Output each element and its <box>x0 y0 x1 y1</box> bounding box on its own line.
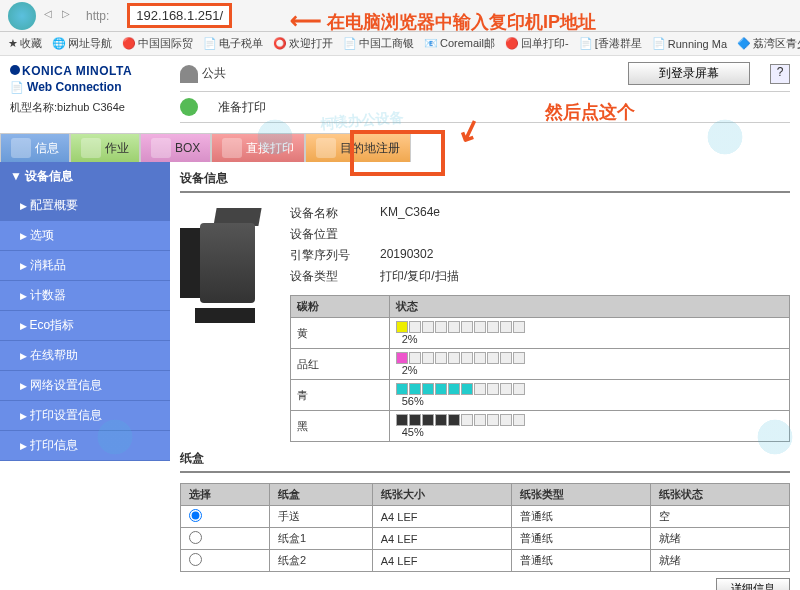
dev-type-label: 设备类型 <box>290 268 380 285</box>
url-input[interactable]: 192.168.1.251/ <box>127 3 232 28</box>
dev-name-label: 设备名称 <box>290 205 380 222</box>
logo-area: KONICA MINOLTA 📄 Web Connection 机型名称:biz… <box>0 56 170 123</box>
job-icon <box>81 138 101 158</box>
bookmark-tax[interactable]: 📄 电子税单 <box>203 36 263 51</box>
bookmark-welcome[interactable]: ⭕ 欢迎打开 <box>273 36 333 51</box>
tab-destination-register[interactable]: 目的地注册 <box>305 133 411 162</box>
status-ok-icon <box>180 98 198 116</box>
sidebar-item-counter[interactable]: 计数器 <box>0 281 170 311</box>
sidebar-item-consumable[interactable]: 消耗品 <box>0 251 170 281</box>
sidebar-item-option[interactable]: 选项 <box>0 221 170 251</box>
tray-select-radio[interactable] <box>189 531 202 544</box>
url-prefix: http: <box>86 9 109 23</box>
model-name: 机型名称:bizhub C364e <box>10 100 160 115</box>
bookmark-gs[interactable]: 📄 中国工商银 <box>343 36 414 51</box>
toner-th-status: 状态 <box>389 296 789 318</box>
tray-row: 手送A4 LEF普通纸空 <box>181 506 790 528</box>
tab-job[interactable]: 作业 <box>70 133 140 162</box>
toner-row: 黑45% <box>291 411 790 442</box>
printer-image <box>180 203 270 323</box>
tray-select-radio[interactable] <box>189 553 202 566</box>
dev-loc-label: 设备位置 <box>290 226 380 243</box>
login-button[interactable]: 到登录屏幕 <box>628 62 750 85</box>
toner-row: 青56% <box>291 380 790 411</box>
tab-direct-print[interactable]: 直接打印 <box>211 133 305 162</box>
annotation-url-hint: 在电脑浏览器中输入复印机IP地址 <box>290 8 596 34</box>
bookmark-lw[interactable]: 🔷 荔湾区青少 <box>737 36 800 51</box>
main-content: 设备信息 设备名称KM_C364e 设备位置 引擎序列号20190302 设备类… <box>170 162 800 590</box>
browser-logo-icon <box>8 2 36 30</box>
bookmark-favorites[interactable]: ★ 收藏 <box>8 36 42 51</box>
brand-logo: KONICA MINOLTA <box>10 64 160 78</box>
user-icon <box>180 65 198 83</box>
direct-icon <box>222 138 242 158</box>
sidebar-item-help[interactable]: 在线帮助 <box>0 341 170 371</box>
bookmark-hk[interactable]: 📄 [香港群星 <box>579 36 642 51</box>
toner-row: 品红2% <box>291 349 790 380</box>
main-tabs: 信息 作业 BOX 直接打印 目的地注册 <box>0 133 800 162</box>
status-sub: 准备打印 <box>218 99 266 116</box>
sidebar-item-network[interactable]: 网络设置信息 <box>0 371 170 401</box>
help-button[interactable]: ? <box>770 64 790 84</box>
sidebar-title[interactable]: 设备信息 <box>0 162 170 191</box>
tray-table: 选择纸盒纸张大小纸张类型纸张状态 手送A4 LEF普通纸空纸盒1A4 LEF普通… <box>180 483 790 572</box>
back-button[interactable]: ◁ <box>44 8 60 24</box>
dev-type-value: 打印/复印/扫描 <box>380 268 459 285</box>
annotation-dest-hint: 然后点这个 <box>545 100 635 124</box>
nav-buttons: ◁ ▷ <box>44 8 78 24</box>
dev-name-value: KM_C364e <box>380 205 440 222</box>
tray-row: 纸盒2A4 LEF普通纸就绪 <box>181 550 790 572</box>
info-icon <box>11 138 31 158</box>
dev-serial-label: 引擎序列号 <box>290 247 380 264</box>
box-icon <box>151 138 171 158</box>
tab-box[interactable]: BOX <box>140 133 211 162</box>
bookmark-single[interactable]: 🔴 回单打印- <box>505 36 569 51</box>
detail-button[interactable]: 详细信息 <box>716 578 790 590</box>
dev-serial-value: 20190302 <box>380 247 433 264</box>
sidebar-item-print-info[interactable]: 打印信息 <box>0 431 170 461</box>
section-tray: 纸盒 <box>180 442 790 473</box>
toner-row: 黄2% <box>291 318 790 349</box>
sidebar-item-eco[interactable]: Eco指标 <box>0 311 170 341</box>
pagescope-label: 📄 Web Connection <box>10 80 160 94</box>
bookmark-nav[interactable]: 🌐 网址导航 <box>52 36 112 51</box>
top-toolbar: 公共 到登录屏幕 ? <box>180 56 790 92</box>
bookmark-trade[interactable]: 🔴 中国国际贸 <box>122 36 193 51</box>
status-line: 准备就绪 准备打印 <box>180 92 790 123</box>
sidebar-nav: 设备信息 配置概要 选项 消耗品 计数器 Eco指标 在线帮助 网络设置信息 打… <box>0 162 170 461</box>
user-label: 公共 <box>180 65 226 83</box>
tray-row: 纸盒1A4 LEF普通纸就绪 <box>181 528 790 550</box>
bookmarks-bar: ★ 收藏 🌐 网址导航 🔴 中国国际贸 📄 电子税单 ⭕ 欢迎打开 📄 中国工商… <box>0 32 800 56</box>
forward-button[interactable]: ▷ <box>62 8 78 24</box>
toner-th-name: 碳粉 <box>291 296 390 318</box>
tray-select-radio[interactable] <box>189 509 202 522</box>
toner-table: 碳粉状态 黄2%品红2%青56%黑45% <box>290 295 790 442</box>
sidebar-item-config[interactable]: 配置概要 <box>0 191 170 221</box>
tab-info[interactable]: 信息 <box>0 133 70 162</box>
bookmark-run[interactable]: 📄 Running Ma <box>652 37 727 50</box>
section-device-info: 设备信息 <box>180 162 790 193</box>
dest-icon <box>316 138 336 158</box>
url-text: 192.168.1.251/ <box>136 8 223 23</box>
sidebar-item-print-setting[interactable]: 打印设置信息 <box>0 401 170 431</box>
bookmark-coremail[interactable]: 📧 Coremail邮 <box>424 36 495 51</box>
